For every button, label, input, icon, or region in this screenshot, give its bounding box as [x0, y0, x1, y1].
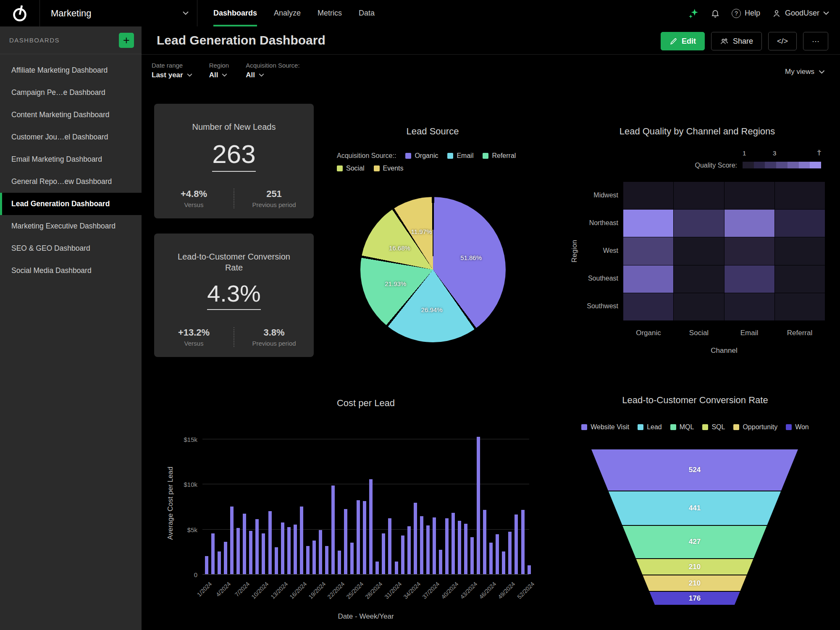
bar-week-47/2024[interactable] [496, 534, 499, 574]
legend-item[interactable]: Organic [405, 152, 438, 160]
legend-item[interactable]: MQL [670, 423, 694, 431]
bar-week-29/2024[interactable] [382, 533, 385, 574]
legend-item[interactable]: Won [786, 423, 809, 431]
bar-week-17/2024[interactable] [306, 546, 310, 574]
sidebar-item[interactable]: SEO & GEO Dashboard [0, 237, 142, 260]
bar-week-35/2024[interactable] [420, 516, 423, 574]
funnel-stage-sql[interactable]: 210 [591, 558, 798, 575]
legend-item[interactable]: Referral [483, 152, 516, 160]
heat-cell-southwest-social[interactable] [674, 293, 724, 320]
heat-cell-west-social[interactable] [674, 237, 724, 265]
bar-week-11/2024[interactable] [268, 511, 272, 575]
bar-week-31/2024[interactable] [395, 562, 398, 574]
filter-acquisition-source-[interactable]: Acquisition Source:All [246, 62, 299, 79]
bar-week-48/2024[interactable] [502, 551, 505, 574]
help-menu[interactable]: ? Help [732, 9, 760, 18]
heat-cell-southeast-email[interactable] [724, 265, 774, 293]
legend-item[interactable]: Website Visit [581, 423, 629, 431]
sidebar-item[interactable]: Lead Generation Dashboard [0, 193, 142, 215]
bar-week-46/2024[interactable] [489, 543, 493, 574]
bar-week-2/2024[interactable] [211, 533, 215, 574]
bar-week-22/2024[interactable] [338, 551, 341, 574]
my-views-dropdown[interactable]: My views [785, 68, 825, 76]
sidebar-item[interactable]: Affiliate Marketing Dashboard [0, 59, 142, 81]
bar-week-34/2024[interactable] [414, 503, 417, 574]
bar-week-44/2024[interactable] [477, 437, 480, 574]
heat-cell-northeast-referral[interactable] [775, 210, 825, 237]
notifications-bell-icon[interactable] [711, 8, 720, 18]
bar-week-50/2024[interactable] [514, 514, 518, 574]
bar-week-45/2024[interactable] [483, 510, 486, 574]
sidebar-item[interactable]: General Repo…ew Dashboard [0, 171, 142, 193]
bar-week-19/2024[interactable] [319, 530, 322, 574]
edit-button[interactable]: Edit [661, 32, 705, 50]
legend-item[interactable]: Lead [638, 423, 662, 431]
bar-week-27/2024[interactable] [369, 479, 373, 574]
bar-week-14/2024[interactable] [287, 527, 291, 574]
bar-week-39/2024[interactable] [445, 518, 449, 574]
heat-cell-northeast-social[interactable] [674, 210, 724, 237]
bar-week-38/2024[interactable] [439, 550, 442, 574]
tab-metrics[interactable]: Metrics [318, 0, 342, 26]
embed-code-button[interactable]: </> [768, 32, 797, 50]
sidebar-item[interactable]: Marketing Executive Dashboard [0, 215, 142, 237]
legend-item[interactable]: Events [374, 165, 404, 172]
bar-week-13/2024[interactable] [281, 522, 284, 574]
sidebar-item[interactable]: Content Marketing Dashboard [0, 104, 142, 126]
bar-week-20/2024[interactable] [325, 546, 328, 574]
bar-week-30/2024[interactable] [388, 518, 391, 574]
bar-week-7/2024[interactable] [243, 514, 246, 574]
sidebar-item[interactable]: Customer Jou…el Dashboard [0, 126, 142, 148]
heat-cell-west-organic[interactable] [623, 237, 673, 265]
heat-cell-southeast-referral[interactable] [775, 265, 825, 293]
heat-cell-midwest-social[interactable] [674, 182, 724, 209]
app-logo[interactable] [0, 0, 40, 26]
heat-cell-southwest-referral[interactable] [775, 293, 825, 320]
heat-cell-midwest-organic[interactable] [623, 182, 673, 209]
filter-date-range[interactable]: Date rangeLast year [152, 62, 192, 79]
funnel-stage-lead[interactable]: 441 [591, 491, 798, 525]
heat-cell-southwest-organic[interactable] [623, 293, 673, 320]
heat-cell-midwest-email[interactable] [724, 182, 774, 209]
heat-cell-midwest-referral[interactable] [775, 182, 825, 209]
legend-item[interactable]: SQL [702, 423, 725, 431]
bar-week-16/2024[interactable] [300, 507, 303, 574]
kpi-value[interactable]: 263 [212, 139, 255, 172]
funnel-stage-website-visit[interactable]: 524 [591, 449, 798, 491]
funnel-stage-won[interactable]: 176 [591, 591, 798, 605]
tab-dashboards[interactable]: Dashboards [213, 0, 257, 26]
bar-week-4/2024[interactable] [224, 542, 227, 574]
bar-week-6/2024[interactable] [236, 528, 240, 574]
bar-week-33/2024[interactable] [407, 526, 411, 574]
heat-cell-west-referral[interactable] [775, 237, 825, 265]
heat-cell-southeast-organic[interactable] [623, 265, 673, 293]
bar-week-18/2024[interactable] [312, 541, 316, 574]
bar-week-3/2024[interactable] [218, 551, 221, 574]
bar-week-36/2024[interactable] [426, 525, 430, 574]
heat-cell-southeast-social[interactable] [674, 265, 724, 293]
bar-week-26/2024[interactable] [363, 501, 366, 574]
bar-week-43/2024[interactable] [470, 537, 474, 574]
bar-week-10/2024[interactable] [262, 533, 265, 574]
filter-region[interactable]: RegionAll [209, 62, 229, 79]
bar-week-8/2024[interactable] [249, 531, 252, 574]
bar-week-42/2024[interactable] [464, 524, 467, 574]
sidebar-item[interactable]: Campaign Pe…e Dashboard [0, 81, 142, 104]
pie-chart[interactable] [360, 197, 506, 342]
bar-week-52/2024[interactable] [528, 565, 531, 575]
bar-week-51/2024[interactable] [521, 510, 525, 574]
bar-week-40/2024[interactable] [452, 513, 455, 574]
legend-item[interactable]: Social [337, 165, 365, 172]
bar-week-9/2024[interactable] [255, 519, 259, 574]
sidebar-item[interactable]: Email Marketing Dashboard [0, 148, 142, 171]
bar-week-12/2024[interactable] [275, 547, 278, 575]
bar-week-21/2024[interactable] [331, 486, 335, 574]
bar-week-5/2024[interactable] [230, 507, 234, 574]
add-dashboard-button[interactable]: + [119, 33, 134, 48]
funnel-stage-opportunity[interactable]: 210 [591, 575, 798, 591]
bar-week-25/2024[interactable] [357, 500, 360, 574]
kpi-value[interactable]: 4.3% [207, 280, 261, 310]
bar-week-32/2024[interactable] [401, 536, 404, 574]
heat-cell-northeast-organic[interactable] [623, 210, 673, 237]
legend-item[interactable]: Opportunity [733, 423, 777, 431]
